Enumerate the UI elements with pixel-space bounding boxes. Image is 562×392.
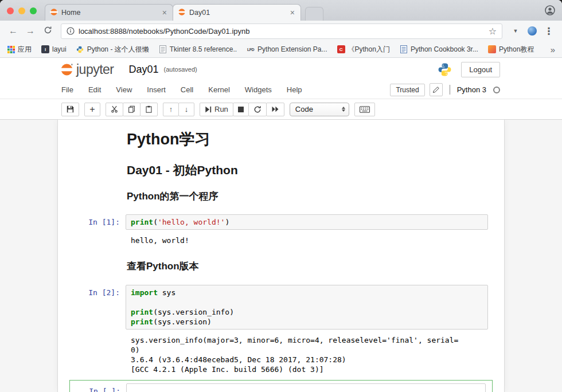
jupyter-header: jupyter Day01 (autosaved) Logout [0,58,562,81]
url-field[interactable]: localhost:8888/notebooks/PythonCode/Day0… [61,23,502,39]
paste-cell-button[interactable] [140,103,158,116]
save-icon [67,105,74,113]
move-cell-down-button[interactable]: ↓ [178,103,194,116]
close-window-button[interactable] [7,7,14,14]
tab-title: Home [61,9,158,17]
divider [450,85,450,95]
restart-run-all-button[interactable] [266,103,284,116]
cut-cell-button[interactable] [106,103,123,116]
code-cell[interactable]: In [2]:import sys print(sys.version_info… [69,285,493,330]
input-prompt: In [2]: [69,285,126,330]
output-prompt [69,234,126,246]
bookmark-item[interactable]: Tkinter 8.5 reference.. [159,45,237,53]
code-cell[interactable]: In [ ]: [69,380,493,392]
back-button[interactable]: ← [6,26,21,36]
forward-button[interactable]: → [23,26,38,36]
tab-close-icon[interactable]: × [161,9,168,17]
restart-icon [253,105,262,113]
code-input[interactable]: print('hello, world!') [126,214,488,230]
arrow-up-icon: ↑ [169,105,173,113]
extension-globe-icon[interactable] [528,26,537,36]
notebook-toolbar: + ↑ ↓ Run [0,99,562,120]
markdown-heading[interactable]: Python的第一个程序 [127,191,487,202]
jupyter-logo[interactable]: jupyter [60,62,114,77]
logout-button[interactable]: Logout [461,62,500,77]
python-logo-icon [438,62,452,77]
menu-view[interactable]: View [108,85,139,94]
cell-type-value: Code [295,105,342,113]
menu-bar: FileEditViewInsertCellKernelWidgetsHelp … [0,81,562,99]
browser-tab[interactable]: Day01× [173,4,301,21]
page-info-icon[interactable] [67,27,75,35]
code-cell[interactable]: In [1]:print('hello, world!') [69,214,493,230]
minimize-window-button[interactable] [18,7,25,14]
output-prompt [69,334,126,375]
fullscreen-window-button[interactable] [30,7,37,14]
bookmark-item[interactable]: Python教程 [488,45,534,54]
menu-insert[interactable]: Insert [139,85,173,94]
run-label: Run [214,105,228,113]
copy-cell-button[interactable] [123,103,140,116]
doc-bookmark-icon [159,45,167,53]
bookmarks-bar: 应用llayuiPython - 这个人很懒Tkinter 8.5 refere… [0,41,562,58]
command-palette-button[interactable] [354,103,375,116]
window-controls [7,7,37,14]
menu-cell[interactable]: Cell [173,85,201,94]
cell-type-select[interactable]: Code [290,103,349,116]
downloads-arrow-icon[interactable]: ▼ [508,29,523,34]
chrome-menu-icon[interactable]: ⋮ [541,26,556,36]
bookmark-item[interactable]: LFDPython Extension Pa... [247,45,327,53]
address-bar: ← → localhost:8888/notebooks/PythonCode/… [0,21,562,41]
markdown-heading[interactable]: Python学习 [127,131,487,148]
menu-kernel[interactable]: Kernel [201,85,237,94]
tab-close-icon[interactable]: × [289,9,296,17]
bookmark-item[interactable]: Python - 这个人很懒 [76,45,149,54]
kernel-name[interactable]: Python 3 [457,85,486,94]
bookmark-item[interactable]: C《Python入门 [337,45,390,54]
add-cell-button[interactable]: + [84,103,100,116]
bookmark-item[interactable]: llayui [41,45,67,53]
interrupt-kernel-button[interactable] [233,103,249,116]
tab-title: Day01 [189,9,286,17]
new-tab-button[interactable] [305,7,323,21]
trusted-button[interactable]: Trusted [390,84,424,96]
menu-edit[interactable]: Edit [81,85,108,94]
bookmarks-overflow-icon[interactable]: » [551,45,555,54]
notebook-title[interactable]: Day01 [129,64,159,76]
mode-indicator-pencil-icon [430,83,443,96]
code-input[interactable]: import sys print(sys.version_info)print(… [126,285,488,330]
bookmark-item[interactable]: Python Cookbook 3r... [400,45,478,53]
move-cell-up-button[interactable]: ↑ [163,103,179,116]
jupyter-wordmark: jupyter [76,62,114,77]
code-input[interactable] [126,383,486,392]
browser-window: Home×Day01× ← → localhost:8888/notebooks… [0,0,562,392]
input-prompt: In [1]: [69,214,126,230]
restart-kernel-button[interactable] [248,103,267,116]
profile-avatar-icon[interactable] [545,5,555,18]
layui-bookmark-icon: l [41,45,49,53]
tab-favicon-jupyter-icon [50,8,58,18]
output-text: hello, world! [126,234,488,246]
code-line [131,297,483,307]
bookmark-label: Python - 这个人很懒 [87,45,149,54]
reload-button[interactable] [40,26,55,36]
paste-icon [145,105,153,113]
bookmark-item[interactable]: 应用 [7,45,32,54]
bookmark-label: 《Python入门 [348,45,390,54]
markdown-heading[interactable]: Day01 - 初始Python [127,163,487,177]
fast-forward-icon [271,106,279,112]
bookmark-star-icon[interactable]: ☆ [489,26,497,37]
menu-widgets[interactable]: Widgets [237,85,279,94]
menu-file[interactable]: File [54,85,81,94]
tab-favicon-jupyter-icon [178,8,186,18]
feather-bookmark-icon [488,45,496,53]
save-button[interactable] [61,103,79,116]
bookmark-label: Python教程 [499,45,534,54]
browser-tab[interactable]: Home× [45,4,173,21]
jupyter-logo-icon [60,62,74,77]
markdown-heading[interactable]: 查看Python版本 [127,261,487,272]
run-cell-button[interactable]: Run [200,103,233,116]
keyboard-icon [360,106,370,113]
notebook-container: Python学习Day01 - 初始PythonPython的第一个程序In [… [57,120,505,392]
menu-help[interactable]: Help [279,85,310,94]
